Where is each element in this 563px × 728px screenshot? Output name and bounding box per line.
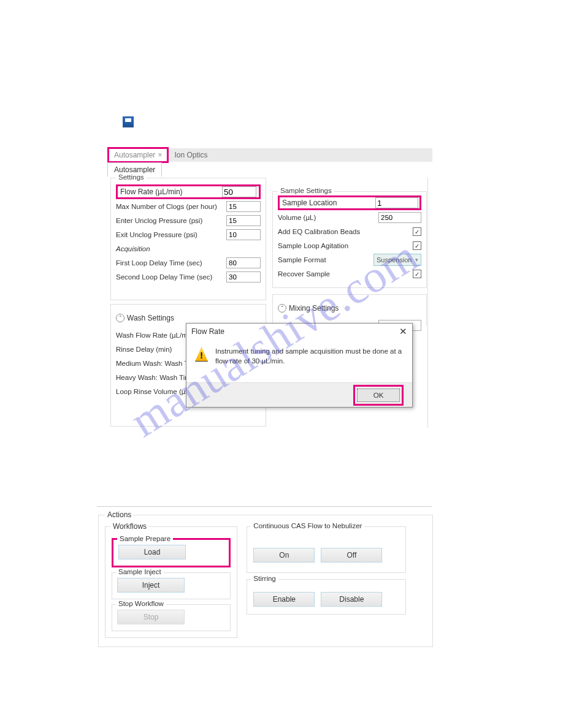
mixing-settings-panel: ˄Mixing Settings Number of Cycles [272, 294, 427, 326]
stop-workflow-title: Stop Workflow [116, 600, 166, 607]
sub-tab-area: Autosampler [107, 162, 432, 176]
top-tabs-bar: Autosampler × Ion Optics [107, 148, 432, 162]
tab-autosampler-label: Autosampler [114, 151, 155, 159]
sample-format-label: Sample Format [278, 256, 373, 264]
tab-close-icon[interactable]: × [158, 151, 162, 159]
dialog-message: Instrument tuning and sample acquisition… [215, 347, 404, 366]
dialog-close-icon[interactable]: ✕ [399, 326, 407, 337]
dialog-title-text: Flow Rate [191, 327, 224, 336]
cas-off-button[interactable]: Off [321, 548, 382, 563]
settings-panel: Settings Flow Rate (µL/min) Max Number o… [110, 178, 266, 300]
recover-sample-label: Recover Sample [278, 270, 413, 278]
enter-unclog-label: Enter Unclog Pressure (psi) [116, 217, 226, 224]
workflows-panel: Workflows Sample Prepare Load Sample Inj… [105, 526, 237, 638]
recover-checkbox[interactable]: ✓ [413, 270, 421, 278]
cas-flow-title: Continuous CAS Flow to Nebulizer [251, 522, 364, 529]
first-loop-label: First Loop Delay Time (sec) [116, 259, 226, 267]
cas-flow-group: Continuous CAS Flow to Nebulizer On Off [247, 526, 406, 573]
tab-autosampler[interactable]: Autosampler × [107, 147, 169, 163]
save-icon[interactable] [123, 116, 134, 127]
cas-on-button[interactable]: On [253, 548, 315, 563]
sample-location-input[interactable] [375, 197, 418, 208]
enable-button[interactable]: Enable [253, 592, 315, 607]
flow-rate-highlight: Flow Rate (µL/min) [116, 184, 261, 199]
enter-unclog-input[interactable] [226, 215, 261, 226]
stirring-title: Stirring [251, 575, 278, 582]
agitation-checkbox[interactable]: ✓ [413, 241, 421, 250]
sample-location-highlight: Sample Location [278, 195, 421, 210]
chevron-down-icon: ▾ [415, 257, 418, 263]
tab-ion-optics-label: Ion Optics [174, 151, 207, 159]
max-clogs-label: Max Number of Clogs (per hour) [116, 203, 226, 210]
settings-title: Settings [116, 173, 147, 181]
actions-title: Actions [105, 510, 134, 519]
sample-format-dropdown[interactable]: Suspension▾ [373, 254, 421, 266]
tab-ion-optics[interactable]: Ion Optics [169, 148, 213, 162]
acquisition-heading: Acquisition [116, 245, 261, 252]
stop-workflow-group: Stop Workflow Stop [112, 604, 231, 631]
collapse-icon[interactable]: ˄ [278, 304, 286, 313]
wash-title: Wash Settings [127, 314, 174, 322]
first-loop-input[interactable] [226, 257, 261, 268]
dialog-titlebar: Flow Rate ✕ [186, 324, 412, 339]
add-eq-checkbox[interactable]: ✓ [413, 227, 421, 236]
separator [97, 506, 432, 507]
stirring-group: Stirring Enable Disable [247, 579, 406, 615]
warning-icon [195, 347, 208, 362]
inject-button[interactable]: Inject [117, 578, 185, 593]
exit-unclog-label: Exit Unclog Pressure (psi) [116, 231, 226, 238]
volume-label: Volume (µL) [278, 214, 378, 221]
second-loop-label: Second Loop Delay Time (sec) [116, 273, 226, 281]
add-eq-label: Add EQ Calibration Beads [278, 228, 413, 235]
workflows-title: Workflows [110, 522, 149, 531]
mixing-title: Mixing Settings [289, 304, 339, 313]
flow-rate-dialog: Flow Rate ✕ Instrument tuning and sample… [186, 323, 413, 408]
exit-unclog-input[interactable] [226, 229, 261, 240]
sample-settings-panel: Sample Settings Sample Location Volume (… [272, 191, 427, 288]
sample-location-label: Sample Location [280, 199, 375, 207]
stop-button[interactable]: Stop [117, 610, 185, 624]
collapse-icon[interactable]: ˄ [116, 314, 124, 322]
disable-button[interactable]: Disable [321, 592, 382, 607]
max-clogs-input[interactable] [226, 201, 261, 212]
actions-panel: Actions Workflows Sample Prepare Load Sa… [98, 515, 433, 647]
flow-rate-label: Flow Rate (µL/min) [120, 188, 222, 196]
agitation-label: Sample Loop Agitation [278, 242, 413, 249]
ok-highlight: OK [353, 385, 404, 406]
sample-prepare-title: Sample Prepare [117, 535, 173, 542]
second-loop-input[interactable] [226, 271, 261, 282]
panel-right-edge [427, 178, 428, 428]
ok-button[interactable]: OK [357, 389, 400, 402]
load-button[interactable]: Load [118, 545, 186, 559]
sample-settings-title: Sample Settings [278, 187, 334, 194]
sample-inject-group: Sample Inject Inject [112, 572, 231, 599]
flow-rate-input[interactable] [222, 186, 256, 197]
sample-prepare-group: Sample Prepare Load [112, 538, 231, 567]
sample-format-value: Suspension [377, 256, 412, 264]
volume-input[interactable] [378, 212, 421, 223]
sample-inject-title: Sample Inject [116, 568, 164, 575]
actions-right-column: Continuous CAS Flow to Nebulizer On Off … [247, 526, 406, 615]
